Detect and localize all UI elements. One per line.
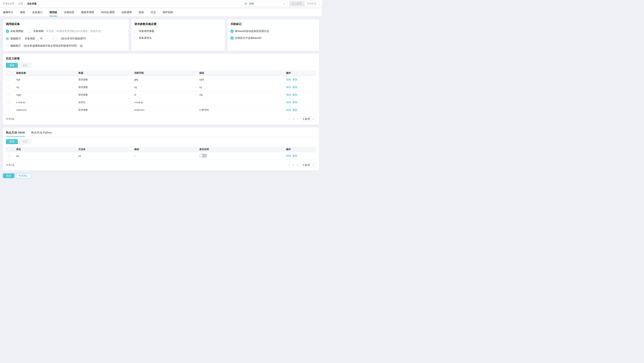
page-number[interactable]: 1 [292, 164, 294, 166]
tab-business-api[interactable]: 业务接口 [32, 8, 42, 16]
tab-db-calls[interactable]: 数据库调用 [81, 8, 94, 16]
edit-link[interactable]: 编辑 [286, 101, 291, 104]
row-checkbox[interactable] [8, 154, 10, 157]
select-all-checkbox[interactable] [8, 71, 10, 74]
row-checkbox[interactable] [8, 86, 10, 88]
append-traceid-log-checkbox[interactable] [230, 30, 234, 33]
tab-logs[interactable]: 日志 [151, 8, 156, 16]
select-all-checkbox[interactable] [8, 148, 10, 150]
delete-link[interactable]: 删除 [292, 108, 298, 111]
gear-icon [244, 2, 247, 5]
page-size-select[interactable]: 5 条/页 [301, 117, 316, 122]
tab-protection[interactable]: 保护机制 [163, 8, 173, 16]
chevron-down-icon [312, 118, 314, 120]
row-checkbox[interactable] [8, 108, 10, 111]
prev-page-button[interactable] [288, 118, 290, 120]
row-checkbox[interactable] [8, 101, 10, 104]
cell-desc: -- [133, 152, 198, 160]
edit-link[interactable]: 编辑 [286, 86, 291, 88]
column-header-field: 关联字段 [133, 70, 198, 76]
collect-request-params-label: 采集请求参数 [139, 30, 154, 33]
restore-defaults-button[interactable]: 恢复默认 [16, 173, 31, 178]
row-checkbox[interactable] [8, 78, 10, 81]
smart-mode-radio[interactable] [6, 37, 9, 40]
page-number[interactable]: 1 [292, 118, 294, 120]
enable-toggle[interactable]: 关 [199, 154, 207, 158]
column-header-enabled: 是否启用 [198, 147, 285, 152]
collect-request-params-checkbox[interactable] [134, 30, 137, 33]
breadcrumb-current-page: 业务采集 [27, 2, 36, 5]
tab-errors[interactable]: 错误 [139, 8, 144, 16]
card-title: 调用链采集 [6, 22, 126, 26]
save-button[interactable]: 保存 [3, 173, 14, 178]
scope-select[interactable]: 全局 [242, 1, 287, 6]
cell-field: nt [133, 91, 198, 98]
delete-tag-button[interactable]: 删除 [20, 63, 31, 68]
page-size-select[interactable]: 5 条/页 [301, 162, 316, 168]
column-header-tag-name: 标签名称 [15, 70, 77, 76]
collect-request-headers-checkbox[interactable] [134, 36, 137, 40]
page-size-value: 5 条/页 [303, 164, 310, 167]
smart-mode-hint: (按业务吞吐智能调节) [61, 37, 86, 40]
cell-desc: ntg [198, 91, 285, 98]
tab-hot-methods-python[interactable]: 热点方法-Python [31, 130, 52, 136]
delete-method-button[interactable]: 删除 [20, 139, 31, 144]
total-count: 共有5条 [6, 117, 14, 121]
column-header-actions: 操作 [285, 70, 316, 76]
row-checkbox[interactable] [8, 93, 10, 96]
delete-link[interactable]: 删除 [292, 93, 298, 96]
tab-remote-calls[interactable]: 远程调用 [122, 8, 132, 16]
tab-services[interactable]: 服务 [20, 8, 25, 16]
cell-desc: ng [198, 83, 285, 91]
append-traceid-log-label: 将traceID自动追加至应用日志 [235, 30, 269, 33]
separate-config-button[interactable]: 单独配置 [304, 1, 319, 6]
threshold-mode-radio[interactable] [6, 44, 9, 47]
cell-source: 请求参数 [77, 76, 133, 83]
next-page-button[interactable] [297, 118, 298, 120]
breadcrumb-separator: / [24, 2, 25, 5]
breadcrumb-item-deploy-settings[interactable]: 部署&设置 [3, 2, 14, 5]
edit-link[interactable]: 编辑 [286, 93, 291, 96]
config-mode-button-group: 默认配置 单独配置 [290, 1, 319, 6]
cell-field: ng [133, 83, 198, 91]
delete-link[interactable]: 删除 [292, 101, 298, 104]
toggle-knob [200, 154, 202, 157]
chevron-down-icon [312, 164, 314, 166]
main-tabs: 健康评分 服务 业务接口 调用链 全栈快照 数据库调用 NoSQL调用 远程调用… [0, 8, 322, 16]
breadcrumb-item-settings[interactable]: 设置 [18, 2, 23, 5]
tab-hot-methods-java[interactable]: 热点方法-JAVA [6, 130, 25, 136]
tab-nosql-calls[interactable]: NoSQL调用 [101, 8, 114, 16]
table-row: aa aa -- 关 编辑删除 [6, 152, 316, 160]
table-row: ng 请求参数 ng ng 编辑删除 [6, 83, 316, 91]
add-method-button[interactable]: 新增 [6, 139, 18, 144]
cell-desc: 订单号码 [198, 106, 285, 114]
append-traceid-header-label: 在响应头中追加traceID [235, 36, 261, 40]
tab-health-score[interactable]: 健康评分 [3, 8, 13, 16]
collect-trace-checkbox[interactable] [6, 30, 9, 33]
edit-link[interactable]: 编辑 [286, 108, 291, 111]
default-config-button[interactable]: 默认配置 [290, 1, 304, 6]
append-traceid-header-checkbox[interactable] [230, 36, 234, 40]
strength-select-value: 中 [40, 37, 42, 40]
topbar-controls: 全局 默认配置 单独配置 [242, 1, 319, 6]
info-icon[interactable]: i [80, 44, 83, 47]
prev-page-button[interactable] [288, 164, 290, 166]
tab-full-snapshot[interactable]: 全栈快照 [64, 8, 74, 16]
next-page-button[interactable] [297, 164, 298, 166]
delete-link[interactable]: 删除 [292, 78, 298, 81]
delete-link[interactable]: 删除 [292, 154, 298, 157]
add-tag-button[interactable]: 新增 [6, 63, 18, 68]
cell-source: 请求参数 [77, 83, 133, 91]
card-title: 关联标记 [230, 22, 316, 26]
delete-link[interactable]: 删除 [292, 86, 298, 88]
edit-link[interactable]: 编辑 [286, 154, 291, 157]
footer-actions: 保存 恢复默认 [0, 173, 322, 181]
card-request-params: 请求参数采集设置 采集请求参数 采集请求头 [132, 20, 225, 51]
edit-link[interactable]: 编辑 [286, 78, 291, 81]
page-size-value: 5 条/页 [303, 117, 310, 121]
cell-desc [198, 98, 285, 106]
strength-select[interactable]: 中 [38, 36, 56, 41]
tab-trace[interactable]: 调用链 [49, 8, 57, 16]
cell-method-name: aa [77, 152, 133, 160]
collect-stack-checkbox[interactable] [29, 30, 32, 33]
